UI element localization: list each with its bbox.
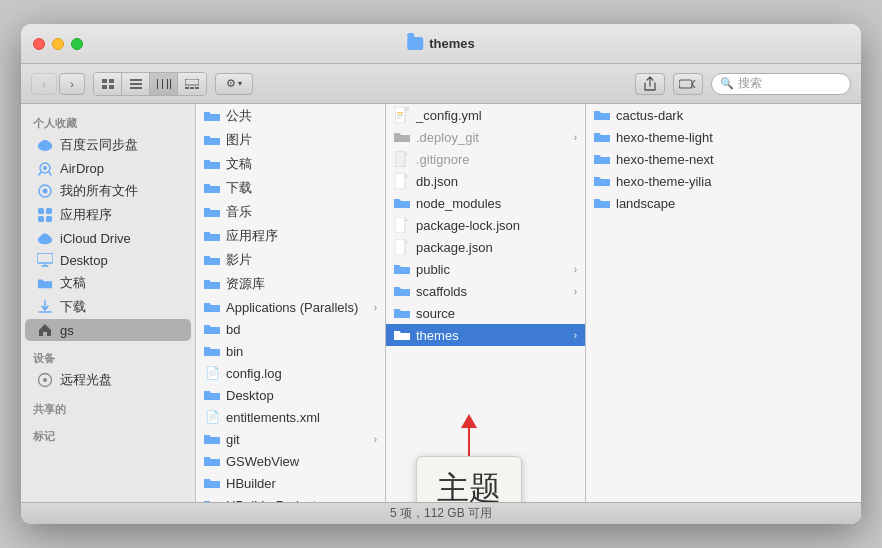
svg-point-19 — [41, 140, 49, 148]
column-1: 公共 图片 文稿 下载 — [196, 104, 386, 502]
list-item[interactable]: landscape — [586, 192, 771, 214]
folder-icon — [204, 299, 220, 315]
sidebar-item-docs[interactable]: 文稿 — [25, 271, 191, 295]
sidebar-item-gs[interactable]: gs — [25, 319, 191, 341]
status-text: 5 项，112 GB 可用 — [390, 505, 492, 522]
file-name: hexo-theme-next — [616, 152, 763, 167]
file-name: hexo-theme-yilia — [616, 174, 763, 189]
list-item[interactable]: 音乐 — [196, 200, 385, 224]
icon-view-button[interactable] — [94, 73, 122, 95]
share-button[interactable] — [635, 73, 665, 95]
sidebar-item-remote[interactable]: 远程光盘 — [25, 368, 191, 392]
list-item[interactable]: package-lock.json — [386, 214, 585, 236]
sidebar-item-downloads[interactable]: 下载 — [25, 295, 191, 319]
file-name: Applications (Parallels) — [226, 300, 368, 315]
folder-icon — [594, 195, 610, 211]
list-item[interactable]: package.json — [386, 236, 585, 258]
list-item[interactable]: git › — [196, 428, 385, 450]
svg-rect-10 — [170, 79, 171, 89]
list-item[interactable]: HBuilderProjects — [196, 494, 385, 502]
sidebar-item-airdrop[interactable]: AirDrop — [25, 157, 191, 179]
list-item[interactable]: cactus-dark — [586, 104, 771, 126]
svg-rect-1 — [109, 79, 114, 83]
file-name: 文稿 — [226, 155, 377, 173]
list-item[interactable]: HBuilder — [196, 472, 385, 494]
list-item[interactable]: Desktop — [196, 384, 385, 406]
folder-icon — [394, 305, 410, 321]
file-icon: 📄 — [204, 365, 220, 381]
list-item[interactable]: 影片 — [196, 248, 385, 272]
folder-icon — [394, 327, 410, 343]
callout-overlay: 主题 — [416, 414, 522, 502]
list-item[interactable]: 文稿 — [196, 152, 385, 176]
home-icon — [37, 322, 53, 338]
list-item[interactable]: _config.yml — [386, 104, 585, 126]
titlebar: themes — [21, 24, 861, 64]
apps-icon — [37, 207, 53, 223]
folder-icon — [37, 275, 53, 291]
list-item[interactable]: source — [386, 302, 585, 324]
list-item[interactable]: .gitignore — [386, 148, 585, 170]
folder-icon — [594, 129, 610, 145]
search-box[interactable]: 🔍 搜索 — [711, 73, 851, 95]
list-item[interactable]: 应用程序 — [196, 224, 385, 248]
file-name: .deploy_git — [416, 130, 568, 145]
svg-rect-5 — [130, 83, 142, 85]
chevron-right-icon: › — [374, 434, 377, 445]
file-name: cactus-dark — [616, 108, 763, 123]
file-name: Desktop — [226, 388, 377, 403]
list-item[interactable]: GSWebView — [196, 450, 385, 472]
window-title: themes — [407, 36, 475, 51]
nav-buttons: ‹ › — [31, 73, 85, 95]
list-item[interactable]: scaffolds › — [386, 280, 585, 302]
list-item[interactable]: 📄 config.log — [196, 362, 385, 384]
list-item[interactable]: bin — [196, 340, 385, 362]
list-item[interactable]: hexo-theme-next — [586, 148, 771, 170]
list-item[interactable]: public › — [386, 258, 585, 280]
action-button[interactable]: ⚙ ▾ — [215, 73, 253, 95]
desktop-icon — [37, 252, 53, 268]
maximize-button[interactable] — [71, 38, 83, 50]
file-name: 图片 — [226, 131, 377, 149]
sidebar-item-desktop[interactable]: Desktop — [25, 249, 191, 271]
file-name: HBuilderProjects — [226, 498, 377, 503]
list-item[interactable]: Applications (Parallels) › — [196, 296, 385, 318]
yaml-icon — [394, 107, 410, 123]
folder-icon — [204, 387, 220, 403]
sidebar-item-icloud[interactable]: iCloud Drive — [25, 227, 191, 249]
tag-button[interactable] — [673, 73, 703, 95]
folder-icon — [204, 204, 220, 220]
svg-rect-40 — [395, 151, 405, 167]
list-item[interactable]: 公共 — [196, 104, 385, 128]
action-chevron-icon: ▾ — [238, 79, 242, 88]
list-item[interactable]: 下载 — [196, 176, 385, 200]
list-item[interactable]: .deploy_git › — [386, 126, 585, 148]
list-item[interactable]: node_modules — [386, 192, 585, 214]
file-name: node_modules — [416, 196, 577, 211]
list-item[interactable]: 图片 — [196, 128, 385, 152]
close-button[interactable] — [33, 38, 45, 50]
file-browser: 公共 图片 文稿 下载 — [196, 104, 861, 502]
column-view-button[interactable] — [150, 73, 178, 95]
sidebar-item-label: 我的所有文件 — [60, 182, 138, 200]
sidebar-item-allfiles[interactable]: 我的所有文件 — [25, 179, 191, 203]
list-item[interactable]: 资源库 — [196, 272, 385, 296]
forward-button[interactable]: › — [59, 73, 85, 95]
sidebar-section-devices: 设备 — [21, 347, 195, 368]
list-item[interactable]: hexo-theme-yilia — [586, 170, 771, 192]
list-view-button[interactable] — [122, 73, 150, 95]
callout-text: 主题 — [437, 470, 501, 502]
list-item-themes[interactable]: themes › — [386, 324, 585, 346]
svg-rect-25 — [46, 208, 52, 214]
list-item[interactable]: db.json — [386, 170, 585, 192]
folder-icon — [594, 173, 610, 189]
gallery-view-button[interactable] — [178, 73, 206, 95]
list-item[interactable]: 📄 entitlements.xml — [196, 406, 385, 428]
sidebar-item-baidu[interactable]: 百度云同步盘 — [25, 133, 191, 157]
list-item[interactable]: hexo-theme-light — [586, 126, 771, 148]
svg-point-23 — [43, 189, 48, 194]
minimize-button[interactable] — [52, 38, 64, 50]
sidebar-item-apps[interactable]: 应用程序 — [25, 203, 191, 227]
list-item[interactable]: bd — [196, 318, 385, 340]
back-button[interactable]: ‹ — [31, 73, 57, 95]
